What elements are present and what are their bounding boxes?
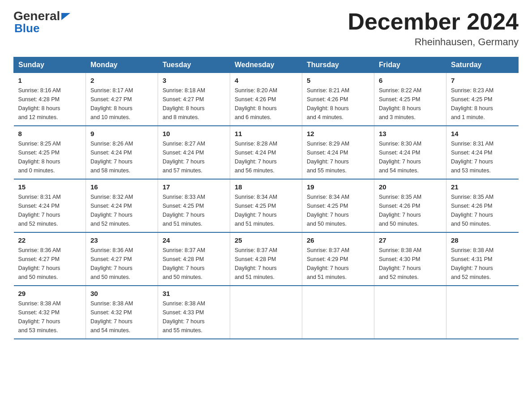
calendar-cell: 1 Sunrise: 8:16 AMSunset: 4:28 PMDayligh… xyxy=(14,73,86,126)
calendar-week-row: 8 Sunrise: 8:25 AMSunset: 4:25 PMDayligh… xyxy=(14,126,519,179)
calendar-cell: 3 Sunrise: 8:18 AMSunset: 4:27 PMDayligh… xyxy=(158,73,230,126)
calendar-cell: 25 Sunrise: 8:37 AMSunset: 4:28 PMDaylig… xyxy=(230,232,302,286)
col-header-thursday: Thursday xyxy=(302,57,374,73)
calendar-cell: 19 Sunrise: 8:34 AMSunset: 4:25 PMDaylig… xyxy=(302,179,374,232)
day-info: Sunrise: 8:30 AMSunset: 4:24 PMDaylight:… xyxy=(379,141,421,174)
day-info: Sunrise: 8:34 AMSunset: 4:25 PMDaylight:… xyxy=(307,194,349,227)
calendar-cell: 22 Sunrise: 8:36 AMSunset: 4:27 PMDaylig… xyxy=(14,232,86,286)
calendar-cell: 12 Sunrise: 8:29 AMSunset: 4:24 PMDaylig… xyxy=(302,126,374,179)
calendar-cell: 2 Sunrise: 8:17 AMSunset: 4:27 PMDayligh… xyxy=(86,73,158,126)
day-number: 9 xyxy=(90,130,153,137)
day-info: Sunrise: 8:17 AMSunset: 4:27 PMDaylight:… xyxy=(90,87,133,120)
day-number: 8 xyxy=(18,130,82,137)
calendar-week-row: 1 Sunrise: 8:16 AMSunset: 4:28 PMDayligh… xyxy=(14,73,519,126)
title-block: December 2024 Rheinhausen, Germany xyxy=(348,9,519,48)
calendar-cell: 10 Sunrise: 8:27 AMSunset: 4:24 PMDaylig… xyxy=(158,126,230,179)
day-number: 15 xyxy=(18,183,82,191)
calendar-cell xyxy=(446,286,519,339)
calendar-cell: 18 Sunrise: 8:34 AMSunset: 4:25 PMDaylig… xyxy=(230,179,302,232)
day-number: 3 xyxy=(163,77,225,84)
logo: General Blue xyxy=(13,9,70,35)
day-number: 28 xyxy=(451,236,514,244)
calendar-week-row: 29 Sunrise: 8:38 AMSunset: 4:32 PMDaylig… xyxy=(14,286,519,339)
day-info: Sunrise: 8:22 AMSunset: 4:25 PMDaylight:… xyxy=(379,87,421,120)
day-number: 4 xyxy=(235,77,297,84)
calendar-cell: 7 Sunrise: 8:23 AMSunset: 4:25 PMDayligh… xyxy=(446,73,519,126)
day-info: Sunrise: 8:28 AMSunset: 4:24 PMDaylight:… xyxy=(235,141,277,174)
day-info: Sunrise: 8:35 AMSunset: 4:26 PMDaylight:… xyxy=(379,194,421,227)
day-number: 13 xyxy=(379,130,442,137)
day-number: 22 xyxy=(18,236,82,244)
day-info: Sunrise: 8:38 AMSunset: 4:32 PMDaylight:… xyxy=(18,300,61,334)
calendar-week-row: 22 Sunrise: 8:36 AMSunset: 4:27 PMDaylig… xyxy=(14,232,519,286)
calendar-cell: 16 Sunrise: 8:32 AMSunset: 4:24 PMDaylig… xyxy=(86,179,158,232)
day-info: Sunrise: 8:38 AMSunset: 4:30 PMDaylight:… xyxy=(379,247,421,280)
calendar-cell: 24 Sunrise: 8:37 AMSunset: 4:28 PMDaylig… xyxy=(158,232,230,286)
day-info: Sunrise: 8:33 AMSunset: 4:25 PMDaylight:… xyxy=(163,194,205,227)
day-info: Sunrise: 8:20 AMSunset: 4:26 PMDaylight:… xyxy=(235,87,277,120)
day-info: Sunrise: 8:29 AMSunset: 4:24 PMDaylight:… xyxy=(307,141,349,174)
col-header-wednesday: Wednesday xyxy=(230,57,302,73)
day-number: 31 xyxy=(163,290,225,297)
calendar-cell: 17 Sunrise: 8:33 AMSunset: 4:25 PMDaylig… xyxy=(158,179,230,232)
day-number: 25 xyxy=(235,236,297,244)
calendar-cell: 8 Sunrise: 8:25 AMSunset: 4:25 PMDayligh… xyxy=(14,126,86,179)
logo-triangle-icon xyxy=(61,13,70,20)
calendar-cell: 4 Sunrise: 8:20 AMSunset: 4:26 PMDayligh… xyxy=(230,73,302,126)
day-number: 27 xyxy=(379,236,442,244)
logo-blue-text: Blue xyxy=(14,21,39,35)
calendar-cell: 30 Sunrise: 8:38 AMSunset: 4:32 PMDaylig… xyxy=(86,286,158,339)
day-info: Sunrise: 8:18 AMSunset: 4:27 PMDaylight:… xyxy=(163,87,205,120)
day-info: Sunrise: 8:21 AMSunset: 4:26 PMDaylight:… xyxy=(307,87,349,120)
day-number: 19 xyxy=(307,183,369,191)
day-number: 17 xyxy=(163,183,225,191)
page-header: General Blue December 2024 Rheinhausen, … xyxy=(13,9,519,48)
calendar-cell: 9 Sunrise: 8:26 AMSunset: 4:24 PMDayligh… xyxy=(86,126,158,179)
day-info: Sunrise: 8:23 AMSunset: 4:25 PMDaylight:… xyxy=(451,87,493,120)
calendar-cell: 14 Sunrise: 8:31 AMSunset: 4:24 PMDaylig… xyxy=(446,126,519,179)
day-number: 2 xyxy=(90,77,153,84)
calendar-cell xyxy=(302,286,374,339)
calendar-cell: 21 Sunrise: 8:35 AMSunset: 4:26 PMDaylig… xyxy=(446,179,519,232)
calendar-cell: 6 Sunrise: 8:22 AMSunset: 4:25 PMDayligh… xyxy=(374,73,446,126)
day-info: Sunrise: 8:35 AMSunset: 4:26 PMDaylight:… xyxy=(451,194,493,227)
calendar-cell: 20 Sunrise: 8:35 AMSunset: 4:26 PMDaylig… xyxy=(374,179,446,232)
day-number: 29 xyxy=(18,290,82,297)
day-info: Sunrise: 8:38 AMSunset: 4:31 PMDaylight:… xyxy=(451,247,493,280)
col-header-saturday: Saturday xyxy=(446,57,519,73)
day-info: Sunrise: 8:38 AMSunset: 4:32 PMDaylight:… xyxy=(90,300,133,334)
day-number: 21 xyxy=(451,183,514,191)
day-number: 23 xyxy=(90,236,153,244)
day-number: 14 xyxy=(451,130,514,137)
calendar-table: SundayMondayTuesdayWednesdayThursdayFrid… xyxy=(13,57,519,339)
day-info: Sunrise: 8:36 AMSunset: 4:27 PMDaylight:… xyxy=(18,247,61,280)
day-info: Sunrise: 8:36 AMSunset: 4:27 PMDaylight:… xyxy=(90,247,133,280)
calendar-cell: 27 Sunrise: 8:38 AMSunset: 4:30 PMDaylig… xyxy=(374,232,446,286)
day-number: 5 xyxy=(307,77,369,84)
col-header-friday: Friday xyxy=(374,57,446,73)
day-info: Sunrise: 8:31 AMSunset: 4:24 PMDaylight:… xyxy=(18,194,61,227)
day-number: 6 xyxy=(379,77,442,84)
day-number: 1 xyxy=(18,77,82,84)
calendar-cell: 23 Sunrise: 8:36 AMSunset: 4:27 PMDaylig… xyxy=(86,232,158,286)
month-title: December 2024 xyxy=(348,9,519,34)
day-number: 26 xyxy=(307,236,369,244)
calendar-cell: 26 Sunrise: 8:37 AMSunset: 4:29 PMDaylig… xyxy=(302,232,374,286)
day-number: 12 xyxy=(307,130,369,137)
day-number: 11 xyxy=(235,130,297,137)
day-info: Sunrise: 8:37 AMSunset: 4:28 PMDaylight:… xyxy=(163,247,205,280)
calendar-week-row: 15 Sunrise: 8:31 AMSunset: 4:24 PMDaylig… xyxy=(14,179,519,232)
day-number: 10 xyxy=(163,130,225,137)
day-info: Sunrise: 8:38 AMSunset: 4:33 PMDaylight:… xyxy=(163,300,205,334)
calendar-cell xyxy=(374,286,446,339)
location-text: Rheinhausen, Germany xyxy=(348,36,519,48)
day-number: 30 xyxy=(90,290,153,297)
calendar-cell: 29 Sunrise: 8:38 AMSunset: 4:32 PMDaylig… xyxy=(14,286,86,339)
calendar-cell: 11 Sunrise: 8:28 AMSunset: 4:24 PMDaylig… xyxy=(230,126,302,179)
col-header-sunday: Sunday xyxy=(14,57,86,73)
day-info: Sunrise: 8:34 AMSunset: 4:25 PMDaylight:… xyxy=(235,194,277,227)
day-info: Sunrise: 8:37 AMSunset: 4:29 PMDaylight:… xyxy=(307,247,349,280)
day-info: Sunrise: 8:25 AMSunset: 4:25 PMDaylight:… xyxy=(18,141,61,174)
col-header-monday: Monday xyxy=(86,57,158,73)
calendar-header-row: SundayMondayTuesdayWednesdayThursdayFrid… xyxy=(14,57,519,73)
